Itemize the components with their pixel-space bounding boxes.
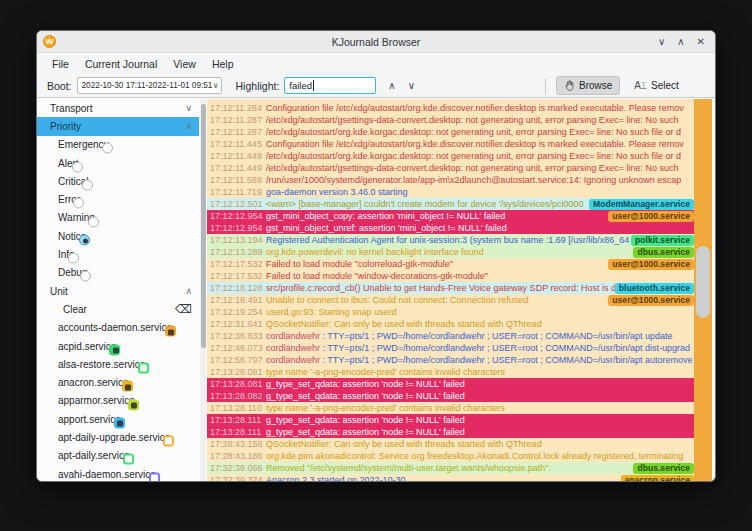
priority-item-info[interactable]: Info [37,245,199,263]
log-row[interactable]: 17:12:17.532Failed to load module "color… [207,258,694,270]
highlight-input[interactable]: failed [284,77,376,94]
unit-checkbox-checked[interactable] [114,417,125,428]
log-row[interactable]: 17:12:11.448/etc/xdg/autostart/org.kde.k… [207,150,694,162]
log-row[interactable]: 17:12:12.954gst_mini_object_unref: asser… [207,222,694,234]
sidebar-section-unit-label: Unit [50,286,68,297]
log-row[interactable]: 17:12:18.491Unable to connect to ibus: C… [207,294,694,306]
unit-item[interactable]: acpid.service [37,337,199,355]
menu-help[interactable]: Help [205,56,241,72]
sidebar-section-unit[interactable]: Unit∧ [37,282,199,300]
log-row[interactable]: 17:12:19.254userd.go:93: Starting snap u… [207,306,694,318]
previous-match-button[interactable]: ∧ [388,80,395,91]
priority-radio-debug[interactable] [80,271,91,282]
sidebar-section-transport[interactable]: Transport∨ [37,99,199,117]
log-row[interactable]: 17:12:12.501<warn> [base-manager] couldn… [207,198,694,210]
unit-item[interactable]: apport.service [37,410,199,428]
log-row[interactable]: 17:12:11.588/run/user/1000/systemd/gener… [207,174,694,186]
unit-badge: polkit.service [631,235,694,246]
unit-item[interactable]: accounts-daemon.service [37,319,199,337]
unit-item[interactable]: anacron.service [37,373,199,391]
priority-item-error[interactable]: Error [37,190,199,208]
priority-item-notice[interactable]: Notice [37,227,199,245]
priority-item-warning[interactable]: Warning [37,209,199,227]
maximize-button-icon[interactable]: ∧ [677,31,684,53]
log-row[interactable]: 17:12:11.449/etc/xdg/autostart/gsettings… [207,162,694,174]
select-button[interactable]: A⌶ Select [628,76,684,95]
priority-radio-emergency[interactable] [102,143,113,154]
close-button-icon[interactable]: ✕ [697,31,705,53]
log-row[interactable]: 17:12:11.284Configuration file /etc/xdg/… [207,102,694,114]
unit-label: apt-daily.service [58,450,130,461]
unit-checkbox-checked[interactable] [109,344,120,355]
unit-clear-button[interactable]: Clear⌫ [37,300,199,318]
menu-file[interactable]: File [45,56,76,72]
sidebar-section-priority[interactable]: Priority∧ [37,117,199,135]
priority-item-emergency[interactable]: Emergency [37,136,199,154]
unit-checkbox-unchecked[interactable] [149,472,160,481]
boot-combobox[interactable]: 2022-10-30 17:11-2022-11-01 09:51 [de0a4… [77,77,222,94]
unit-item[interactable]: apt-daily.service [37,447,199,465]
browse-button[interactable]: Browse [556,76,620,95]
checkbox-mark [168,329,174,335]
hand-icon [564,80,575,91]
log-timestamp: 17:12:13.194 [210,234,266,246]
backspace-clear-icon[interactable]: ⌫ [175,302,192,316]
sidebar-scrollbar-thumb[interactable] [201,104,206,348]
sidebar-section-transport-label: Transport [50,103,92,114]
log-row[interactable]: 17:12:12.954gst_mini_object_copy: assert… [207,210,694,222]
priority-radio-notice[interactable] [79,234,90,245]
unit-item[interactable]: alsa-restore.service [37,355,199,373]
menu-current-journal[interactable]: Current Journal [78,56,164,72]
unit-checkbox-unchecked[interactable] [123,454,134,465]
log-row[interactable]: 17:12:46.073cordlandwehr : TTY=pts/1 ; P… [207,342,694,354]
log-row[interactable]: 17:12:31.641QSocketNotifier: Can only be… [207,318,694,330]
log-row[interactable]: 17:12:13.289org.kde.powerdevil: no kerne… [207,246,694,258]
unit-checkbox-checked[interactable] [122,381,133,392]
unit-checkbox-unchecked[interactable] [163,436,174,447]
log-message: Unable to connect to ibus: Could not con… [266,295,528,305]
minimize-button-icon[interactable]: ∨ [658,31,665,53]
log-row[interactable]: 17:12:18.128src/profile.c:record_cb() Un… [207,282,694,294]
log-scrollbar-thumb[interactable] [696,246,710,318]
log-row[interactable]: 17:13:28.110type name '-a-png-encoder-pr… [207,402,694,414]
log-row[interactable]: 17:28:43.186org.kde.pim.akonadicontrol: … [207,450,694,462]
log-row[interactable]: 17:13:28.111g_type_set_qdata: assertion … [207,426,694,438]
log-row[interactable]: 17:13:28.081type name '-a-png-encoder-pr… [207,366,694,378]
log-row[interactable]: 17:12:11.445Configuration file /etc/xdg/… [207,138,694,150]
priority-radio-alert[interactable] [72,161,83,172]
log-row[interactable]: 17:12:13.194Registered Authentication Ag… [207,234,694,246]
log-row[interactable]: 17:12:11.287/etc/xdg/autostart/org.kde.k… [207,126,694,138]
sidebar-scrollbar[interactable] [200,99,206,481]
priority-radio-warning[interactable] [88,216,99,227]
menu-view[interactable]: View [166,56,203,72]
log-row[interactable]: 17:12:11.719goa-daemon version 3.46.0 st… [207,186,694,198]
priority-item-alert[interactable]: Alert [37,154,199,172]
log-row[interactable]: 17:13:28.081g_type_set_qdata: assertion … [207,378,694,390]
log-scrollbar[interactable] [694,99,712,481]
unit-item[interactable]: avahi-daemon.service [37,465,199,481]
unit-checkbox-checked[interactable] [165,326,176,337]
log-row[interactable]: 17:32:39.374Anacron 2.3 started on 2022-… [207,474,694,481]
unit-item[interactable]: apparmor.service [37,392,199,410]
priority-radio-critical[interactable] [82,179,93,190]
log-row[interactable]: 17:12:17.532Failed to load module "windo… [207,270,694,282]
priority-radio-error[interactable] [73,198,84,209]
unit-label: acpid.service [58,341,116,352]
log-row[interactable]: 17:12:11.287/etc/xdg/autostart/gsettings… [207,114,694,126]
unit-checkbox-unchecked[interactable] [138,362,149,373]
kjournald-window: W KJournald Browser ∨ ∧ ✕ FileCurrent Jo… [36,30,716,482]
priority-radio-info[interactable] [68,253,79,264]
next-match-button[interactable]: ∨ [408,80,415,91]
unit-item[interactable]: apt-daily-upgrade.service [37,428,199,446]
unit-checkbox-checked[interactable] [128,399,139,410]
priority-item-critical[interactable]: Critical [37,172,199,190]
log-row[interactable]: 17:13:28.111g_type_set_qdata: assertion … [207,414,694,426]
log-row[interactable]: 17:13:28.082g_type_set_qdata: assertion … [207,390,694,402]
log-row[interactable]: 17:12:56.797cordlandwehr : TTY=pts/1 ; P… [207,354,694,366]
priority-item-debug[interactable]: Debug [37,264,199,282]
titlebar[interactable]: W KJournald Browser ∨ ∧ ✕ [37,31,715,53]
log-row[interactable]: 17:32:39.066Removed "/etc/systemd/system… [207,462,694,474]
log-row[interactable]: 17:28:43.158QSocketNotifier: Can only be… [207,438,694,450]
log-row[interactable]: 17:12:36.833cordlandwehr : TTY=pts/1 ; P… [207,330,694,342]
log-timestamp: 17:12:13.289 [210,246,266,258]
